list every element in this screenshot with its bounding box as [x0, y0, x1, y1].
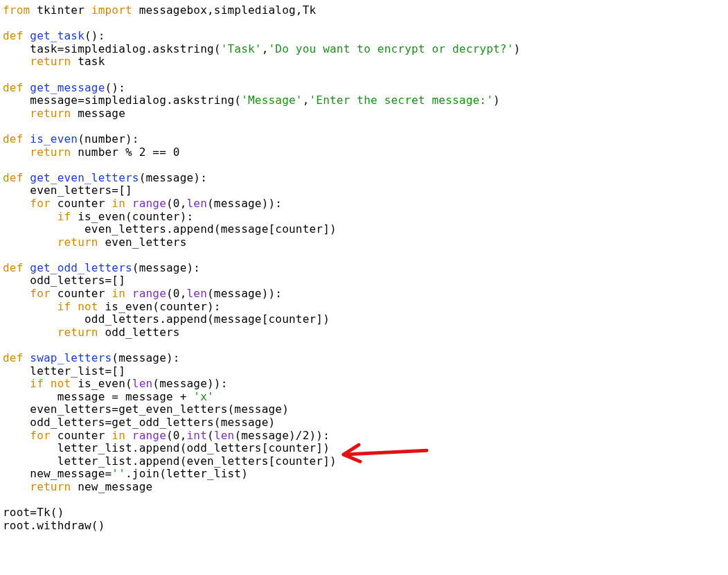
code-token: return — [57, 236, 98, 249]
code-line: for counter in range(0,len(message)): — [3, 197, 282, 210]
code-token: 'Enter the secret message:' — [310, 94, 494, 107]
code-token — [71, 300, 78, 313]
code-token: even_letters=get_even_letters(message) — [3, 402, 289, 416]
code-token: def — [3, 81, 24, 94]
code-token: len — [132, 377, 153, 390]
code-token: is_even — [30, 132, 78, 145]
code-token: , — [303, 94, 310, 107]
code-token — [3, 429, 30, 442]
code-token — [3, 107, 30, 120]
code-token — [3, 326, 57, 339]
code-token: from — [3, 3, 30, 17]
code-token: odd_letters=get_odd_letters(message) — [3, 416, 275, 429]
code-token: (0, — [166, 287, 187, 300]
code-token: len — [187, 197, 208, 210]
code-line: root.withdraw() — [3, 519, 105, 532]
code-line: return odd_letters — [3, 326, 180, 339]
code-line: even_letters=[] — [3, 184, 132, 197]
code-line: def is_even(number): — [3, 132, 139, 145]
code-token: (number): — [78, 132, 139, 145]
code-token: if — [30, 377, 44, 390]
code-line: return number % 2 == 0 — [3, 145, 180, 159]
code-token: new_message — [71, 480, 152, 493]
code-token: range — [132, 197, 166, 210]
code-token — [3, 197, 30, 210]
code-token: new_message= — [3, 467, 112, 480]
code-token: is_even( — [71, 377, 132, 390]
code-line: message=simpledialog.askstring('Message'… — [3, 94, 500, 107]
code-token — [24, 29, 30, 42]
code-line: return task — [3, 55, 105, 68]
code-token: get_odd_letters — [30, 261, 132, 274]
code-token: task=simpledialog.askstring( — [3, 42, 221, 55]
code-token: return — [30, 145, 71, 159]
code-token — [3, 145, 30, 159]
code-line: def swap_letters(message): — [3, 351, 180, 364]
code-token: def — [3, 351, 24, 364]
code-token: letter_list.append(odd_letters[counter]) — [3, 441, 330, 454]
code-token — [44, 377, 51, 390]
code-token: not — [78, 300, 98, 313]
code-line: even_letters.append(message[counter]) — [3, 222, 337, 236]
code-line: new_message=''.join(letter_list) — [3, 467, 248, 480]
code-token: len — [214, 429, 235, 442]
code-line: def get_even_letters(message): — [3, 171, 207, 184]
code-token: is_even(counter): — [98, 300, 221, 313]
code-token: task — [71, 55, 105, 68]
code-token — [24, 171, 30, 184]
code-token: (): — [85, 29, 105, 42]
code-token: range — [132, 287, 166, 300]
code-token: 'Message' — [241, 94, 303, 107]
code-token: if — [57, 300, 71, 313]
code-token: number % 2 == 0 — [71, 145, 179, 159]
code-line: if not is_even(counter): — [3, 300, 221, 313]
code-token: counter — [51, 287, 112, 300]
code-token: def — [3, 261, 24, 274]
code-line: odd_letters.append(message[counter]) — [3, 312, 330, 326]
code-token: for — [30, 287, 51, 300]
code-token: counter — [51, 429, 112, 442]
code-line: for counter in range(0,len(message)): — [3, 287, 282, 300]
code-token: range — [132, 429, 166, 442]
code-token: in — [112, 287, 125, 300]
code-token: in — [112, 197, 125, 210]
code-line: return new_message — [3, 480, 152, 493]
code-token: (message)): — [207, 197, 282, 210]
code-token: for — [30, 197, 51, 210]
code-token: odd_letters — [98, 326, 180, 339]
code-token: (message)): — [207, 287, 282, 300]
code-token: def — [3, 132, 24, 145]
code-token: not — [51, 377, 71, 390]
code-token: get_message — [30, 81, 105, 94]
code-line: if not is_even(len(message)): — [3, 377, 228, 390]
code-token: 'Task' — [221, 42, 262, 55]
code-token: def — [3, 29, 24, 42]
code-token: root.withdraw() — [3, 519, 105, 532]
code-line: return message — [3, 107, 125, 120]
code-line: odd_letters=[] — [3, 274, 125, 287]
code-token: (message): — [112, 351, 179, 364]
python-code-block: from tkinter import messagebox,simpledia… — [0, 0, 728, 536]
code-line: task=simpledialog.askstring('Task','Do y… — [3, 42, 520, 55]
code-token: import — [91, 3, 132, 17]
code-line: for counter in range(0,int(len(message)/… — [3, 429, 330, 442]
code-token: odd_letters.append(message[counter]) — [3, 312, 330, 326]
code-token: (message)): — [152, 377, 227, 390]
code-line: letter_list=[] — [3, 364, 125, 378]
code-line: even_letters=get_even_letters(message) — [3, 402, 289, 416]
code-token: letter_list=[] — [3, 364, 125, 378]
code-line: if is_even(counter): — [3, 210, 193, 223]
code-token — [24, 351, 30, 364]
code-token: ) — [493, 94, 500, 107]
code-token: (message)/2)): — [234, 429, 330, 442]
code-line: from tkinter import messagebox,simpledia… — [3, 3, 316, 17]
code-token — [3, 480, 30, 493]
code-token — [24, 261, 30, 274]
code-token: len — [187, 287, 208, 300]
code-token: return — [30, 55, 71, 68]
code-token — [24, 132, 30, 145]
code-token: , — [262, 42, 269, 55]
code-token: message=simpledialog.askstring( — [3, 94, 241, 107]
code-token: letter_list.append(even_letters[counter]… — [3, 454, 337, 468]
code-token: int — [187, 429, 208, 442]
